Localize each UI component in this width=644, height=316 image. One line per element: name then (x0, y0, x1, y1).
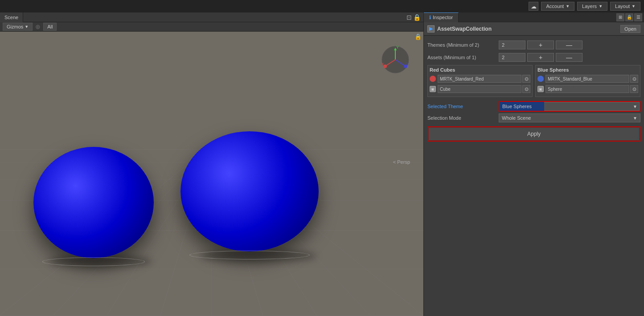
selection-mode-arrow-icon: ▼ (633, 116, 637, 121)
layers-button[interactable]: Layers ▼ (577, 2, 607, 11)
theme2-mesh-row: ▣ Sphere ⊙ (537, 85, 638, 93)
themes-value: 2 (499, 41, 525, 49)
inspector-header: ▶ AssetSwapCollection Open (424, 22, 644, 36)
inspector-grid-icon[interactable]: ⊞ (616, 13, 624, 21)
assets-value: 2 (499, 53, 525, 62)
inspector-tab[interactable]: ℹ Inspector (424, 12, 459, 22)
theme2-mesh-pick[interactable]: ⊙ (630, 85, 638, 93)
sphere-mesh-icon: ▣ (537, 86, 544, 92)
theme2-material-field[interactable]: MRTK_Standard_Blue (546, 75, 629, 83)
theme-red-cubes: Red Cubes MRTK_Standard_Red ⊙ ▣ Cube ⊙ (427, 65, 533, 97)
theme-blue-spheres: Blue Spheres MRTK_Standard_Blue ⊙ ▣ Sphe… (535, 65, 640, 97)
top-bar: ☁ Account ▼ Layers ▼ Layout ▼ (0, 0, 644, 12)
scene-tab[interactable]: Scene (0, 12, 23, 22)
theme2-material-row: MRTK_Standard_Blue ⊙ (537, 74, 638, 83)
selected-theme-value[interactable]: Blue Spheres (500, 102, 544, 111)
selected-theme-label: Selected Theme (427, 104, 499, 109)
orientation-gizmo[interactable]: Y X Z (380, 44, 411, 75)
scene-tab-label: Scene (4, 15, 18, 20)
selected-theme-row: Selected Theme Blue Spheres ▼ (427, 101, 640, 111)
inspector-menu-icon[interactable]: ☰ (634, 13, 642, 21)
selection-mode-dropdown[interactable]: Whole Scene ▼ (499, 113, 640, 122)
persp-label: < Persp (393, 159, 410, 165)
all-label: All (47, 24, 53, 29)
viewport-lock-icon[interactable]: 🔒 (414, 33, 422, 40)
cube-mesh-icon: ▣ (430, 86, 436, 92)
selection-mode-row: Selection Mode Whole Scene ▼ (427, 113, 640, 123)
selection-mode-value: Whole Scene (502, 115, 531, 121)
component-icon: ▶ (427, 25, 435, 32)
svg-text:Z: Z (406, 62, 409, 66)
scene-expand-icon[interactable]: ⊡ (406, 14, 412, 21)
scene-toolbar: Gizmos ▼ ⊕ All (0, 22, 423, 32)
account-button[interactable]: Account ▼ (541, 2, 574, 11)
themes-label: Themes (Minimum of 2) (427, 42, 499, 48)
inspector-icon: ℹ (429, 15, 431, 20)
theme1-mesh-pick[interactable]: ⊙ (522, 85, 530, 93)
themes-row: Themes (Minimum of 2) 2 + — (427, 40, 640, 50)
theme2-title: Blue Spheres (537, 67, 638, 73)
red-material-icon (430, 76, 436, 82)
scene-lock-icon[interactable]: 🔒 (413, 14, 421, 21)
sphere-right (180, 131, 319, 251)
layout-button[interactable]: Layout ▼ (610, 2, 640, 11)
gizmos-arrow-icon: ▼ (25, 24, 29, 29)
inspector-content: Themes (Minimum of 2) 2 + — Assets (Mini… (424, 36, 644, 316)
selected-theme-arrow-icon: ▼ (633, 104, 637, 109)
theme1-mesh-field[interactable]: Cube (438, 85, 521, 93)
inspector-top-icons: ⊞ 🔒 ☰ (616, 13, 644, 21)
theme1-title: Red Cubes (430, 67, 530, 73)
svg-text:Y: Y (396, 45, 399, 49)
scene-viewport[interactable]: Y X Z 🔒 < Persp (0, 32, 423, 316)
gizmos-label: Gizmos (7, 24, 23, 29)
assets-plus-button[interactable]: + (527, 53, 554, 62)
open-button[interactable]: Open (620, 25, 640, 33)
inspector-lock-icon[interactable]: 🔒 (625, 13, 633, 21)
themes-container: Red Cubes MRTK_Standard_Red ⊙ ▣ Cube ⊙ B… (427, 65, 640, 97)
scene-header: Scene ⊡ 🔒 (0, 12, 423, 22)
account-label: Account (546, 4, 564, 9)
assets-label: Assets (Minimum of 1) (427, 55, 499, 60)
layout-label: Layout (615, 4, 630, 9)
inspector-tabs: ℹ Inspector ⊞ 🔒 ☰ (424, 12, 644, 22)
gizmos-button[interactable]: Gizmos ▼ (3, 23, 33, 31)
assets-row: Assets (Minimum of 1) 2 + — (427, 53, 640, 62)
inspector-tab-label: Inspector (433, 15, 453, 20)
layout-arrow-icon: ▼ (632, 4, 636, 8)
cloud-icon[interactable]: ☁ (529, 2, 538, 11)
themes-minus-button[interactable]: — (556, 41, 582, 49)
theme1-material-row: MRTK_Standard_Red ⊙ (430, 74, 530, 83)
component-name: AssetSwapCollection (437, 26, 492, 32)
layers-label: Layers (582, 4, 597, 9)
apply-button-container: Apply (427, 126, 640, 142)
scene-panel: Scene ⊡ 🔒 Gizmos ▼ ⊕ All (0, 12, 423, 316)
theme1-material-field[interactable]: MRTK_Standard_Red (438, 75, 521, 83)
svg-text:X: X (381, 62, 384, 66)
theme1-mesh-row: ▣ Cube ⊙ (430, 85, 530, 93)
selected-theme-dropdown[interactable]: ▼ (544, 102, 640, 111)
blue-material-icon (537, 76, 544, 82)
apply-button[interactable]: Apply (429, 128, 639, 140)
theme2-material-pick[interactable]: ⊙ (630, 75, 638, 83)
selection-mode-label: Selection Mode (427, 115, 499, 121)
layers-arrow-icon: ▼ (599, 4, 603, 8)
account-arrow-icon: ▼ (566, 4, 570, 8)
themes-plus-button[interactable]: + (527, 41, 554, 49)
inspector-panel: ℹ Inspector ⊞ 🔒 ☰ ▶ AssetSwapCollection … (423, 12, 644, 316)
theme2-mesh-field[interactable]: Sphere (546, 85, 629, 93)
all-button[interactable]: All (43, 23, 57, 31)
assets-minus-button[interactable]: — (556, 53, 582, 62)
toolbar-separator: ⊕ (35, 23, 41, 30)
main-area: Scene ⊡ 🔒 Gizmos ▼ ⊕ All (0, 12, 644, 316)
sphere-left (33, 147, 154, 258)
theme1-material-pick[interactable]: ⊙ (522, 75, 530, 83)
